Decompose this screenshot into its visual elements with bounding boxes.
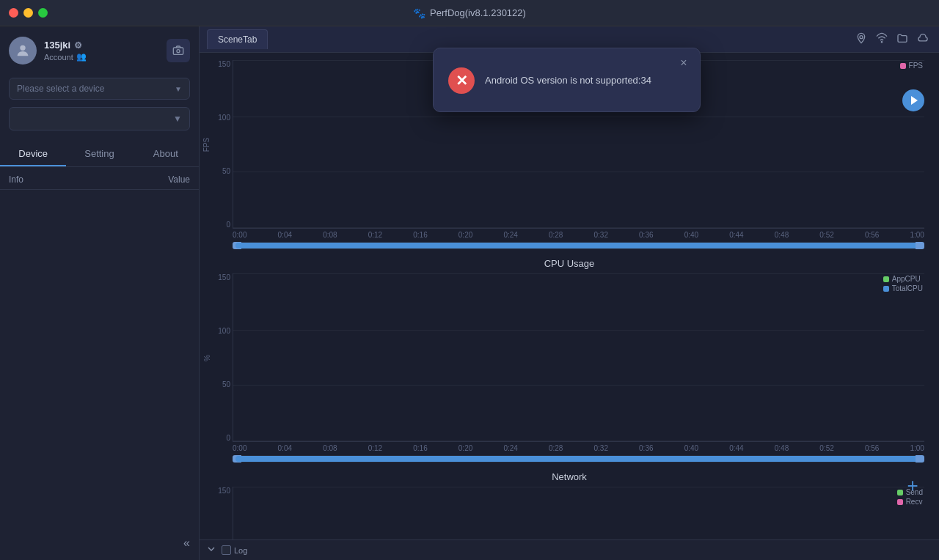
legend-totalcpu: TotalCPU: [883, 284, 923, 292]
fps-y-label: FPS: [202, 137, 211, 151]
cpu-scrollbar-right[interactable]: [916, 455, 924, 463]
svg-point-2: [177, 50, 180, 53]
tab-list: SceneTab: [207, 29, 268, 49]
table-header: Info Value: [0, 170, 199, 190]
fps-x-axis: 0:00 0:04 0:08 0:12 0:16 0:20 0:24 0:28 …: [233, 229, 924, 241]
scene-tab[interactable]: SceneTab: [207, 29, 268, 49]
wifi-icon[interactable]: [876, 32, 888, 46]
legend-recv: Recv: [897, 498, 923, 506]
tab-device[interactable]: Device: [0, 142, 66, 166]
toolbar-icons: [855, 32, 929, 46]
device-select[interactable]: Please select a device ▼: [9, 78, 190, 100]
error-message: Android OS version is not supported:34: [485, 74, 651, 87]
error-modal: × ✕ Android OS version is not supported:…: [433, 48, 701, 112]
charts-area: FPS 0 50 100 150: [200, 53, 939, 539]
collapse-button[interactable]: «: [9, 537, 190, 550]
cpu-legend: AppCPU TotalCPU: [883, 275, 923, 292]
cpu-chart: % 0 50 100 150 0:00: [200, 273, 939, 464]
log-checkbox-box[interactable]: [222, 545, 231, 555]
fps-scrollbar[interactable]: [233, 242, 924, 249]
folder-icon[interactable]: [896, 32, 908, 46]
fps-y-150: 150: [218, 60, 230, 68]
fps-y-0: 0: [226, 221, 230, 229]
camera-button[interactable]: [167, 39, 190, 62]
col-info-label: Info: [9, 174, 100, 185]
scrollbar-right-handle[interactable]: [916, 242, 924, 249]
avatar: [9, 37, 37, 65]
svg-point-3: [860, 36, 863, 39]
username: 135jki: [44, 40, 70, 51]
log-checkbox[interactable]: Log: [222, 545, 247, 555]
cpu-chart-section: CPU Usage % 0 50 100 150: [200, 251, 939, 464]
totalcpu-legend-color: [883, 286, 889, 292]
network-chart-title: Network: [200, 471, 939, 482]
fps-y-100: 100: [218, 114, 230, 122]
network-chart-area: [233, 487, 924, 539]
network-chart: KB/s 0 50 100 150 0:00: [200, 487, 939, 539]
chevron-down-icon: ▼: [175, 85, 182, 93]
totalcpu-legend-label: TotalCPU: [892, 284, 923, 292]
cpu-chart-title: CPU Usage: [200, 258, 939, 269]
app-title-icon: 🐾: [413, 7, 425, 19]
close-button[interactable]: [9, 8, 18, 18]
cpu-y-label: %: [203, 355, 211, 361]
fps-legend-label: FPS: [909, 62, 923, 70]
recv-legend-color: [897, 499, 903, 505]
sidebar-header: 135jki ⚙ Account 👥: [0, 26, 199, 75]
appcpu-legend-color: [883, 276, 889, 282]
account-icon: 👥: [76, 52, 87, 62]
svg-point-4: [881, 42, 882, 43]
tab-setting[interactable]: Setting: [66, 142, 132, 166]
fps-y-50: 50: [222, 167, 230, 175]
fps-legend-color: [900, 63, 906, 69]
network-chart-section: Network KB/s 0 50 100 150: [200, 464, 939, 539]
error-icon: ✕: [448, 67, 475, 94]
modal-body: ✕ Android OS version is not supported:34: [448, 67, 685, 94]
tab-about[interactable]: About: [133, 142, 199, 166]
scrollbar-thumb[interactable]: [235, 243, 921, 248]
play-button[interactable]: [902, 89, 924, 111]
appcpu-legend-label: AppCPU: [892, 275, 921, 283]
close-icon: ×: [680, 56, 687, 70]
app-select[interactable]: ▼: [9, 107, 190, 130]
account-label: Account: [44, 53, 73, 62]
svg-rect-1: [173, 48, 183, 54]
cpu-scrollbar-thumb[interactable]: [235, 456, 921, 462]
cloud-icon[interactable]: [917, 32, 929, 46]
legend-fps: FPS: [900, 62, 923, 70]
cpu-scrollbar[interactable]: [233, 455, 924, 463]
maximize-button[interactable]: [38, 8, 48, 18]
col-value-label: Value: [100, 174, 191, 185]
fps-legend: FPS: [900, 62, 923, 70]
svg-point-0: [20, 45, 25, 51]
modal-close-button[interactable]: ×: [676, 56, 691, 70]
bottombar: Log: [200, 539, 939, 560]
add-chart-button[interactable]: +: [902, 475, 923, 495]
traffic-lights: [9, 8, 48, 18]
chevron-down-icon-2: ▼: [173, 114, 182, 124]
recv-legend-label: Recv: [906, 498, 923, 506]
device-select-placeholder: Please select a device: [17, 84, 104, 94]
sidebar: 135jki ⚙ Account 👥 Please select a devic…: [0, 26, 200, 560]
legend-appcpu: AppCPU: [883, 275, 923, 283]
expand-icon[interactable]: [205, 543, 217, 557]
location-icon[interactable]: [855, 32, 867, 46]
user-settings-icon[interactable]: ⚙: [74, 40, 82, 51]
titlebar: 🐾 PerfDog(iv8.1.230122): [0, 0, 939, 26]
log-label: Log: [234, 546, 247, 555]
app-title: PerfDog(iv8.1.230122): [430, 7, 526, 18]
sidebar-tabs: Device Setting About: [0, 142, 199, 167]
collapse-icon: «: [183, 537, 190, 550]
cpu-x-axis: 0:00 0:04 0:08 0:12 0:16 0:20 0:24 0:28 …: [233, 442, 924, 454]
cpu-chart-area: [233, 273, 924, 442]
user-details: 135jki ⚙ Account 👥: [44, 40, 87, 62]
sidebar-table: Info Value: [0, 170, 199, 537]
user-info: 135jki ⚙ Account 👥: [9, 37, 87, 65]
minimize-button[interactable]: [23, 8, 33, 18]
